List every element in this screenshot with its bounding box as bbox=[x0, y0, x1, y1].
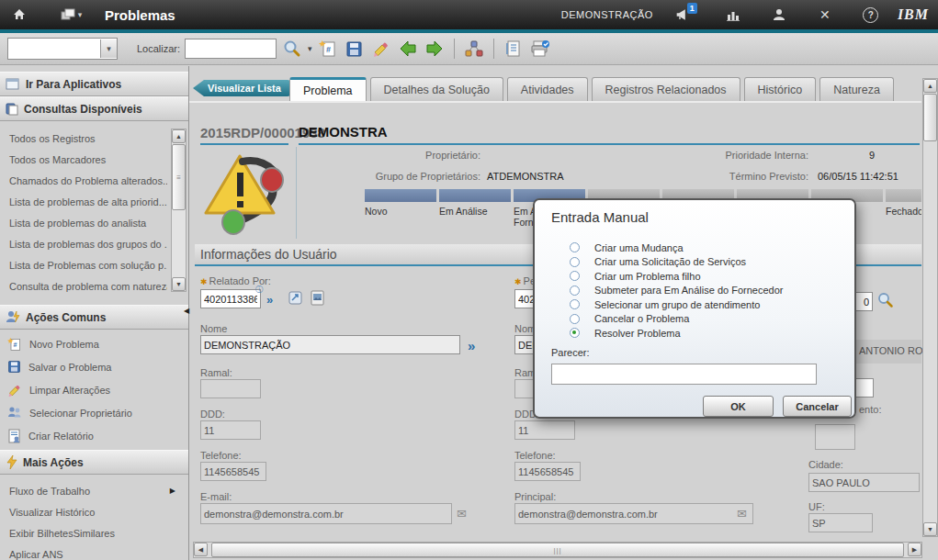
print-icon[interactable] bbox=[529, 38, 551, 60]
sidebar-collapse-handle[interactable]: ◀ bbox=[184, 307, 189, 315]
scrollbar-thumb[interactable] bbox=[923, 94, 937, 141]
workflow-option: Submeter para Em Análise do Fornecedor bbox=[570, 284, 783, 298]
query-select[interactable]: ▾ bbox=[7, 38, 118, 60]
find-input[interactable] bbox=[185, 39, 277, 59]
detail-menu-chevron[interactable]: » bbox=[468, 338, 475, 353]
principal-label: Principal: bbox=[514, 491, 556, 502]
query-item[interactable]: Chamados do Problema alterados... bbox=[0, 171, 167, 192]
query-item[interactable]: Todos os Registros bbox=[0, 129, 167, 150]
scroll-up-icon[interactable]: ▲ bbox=[172, 129, 186, 143]
action-apply-sla[interactable]: Aplicar ANS bbox=[0, 543, 188, 560]
sidebar-section-more-actions[interactable]: Mais Ações bbox=[0, 450, 188, 475]
home-icon[interactable] bbox=[7, 3, 31, 27]
cancel-button[interactable]: Cancelar bbox=[783, 396, 852, 417]
query-item[interactable]: Lista de problemas do analista bbox=[0, 213, 167, 234]
sidebar-section-common-actions[interactable]: Ações Comuns bbox=[0, 305, 188, 330]
radio-button[interactable] bbox=[570, 328, 580, 338]
search-options-caret-icon[interactable]: ▾ bbox=[308, 44, 312, 53]
view-list-button[interactable]: Visualizar Lista bbox=[193, 80, 290, 96]
scroll-right-icon[interactable]: ▶ bbox=[908, 543, 921, 556]
workflow-segment bbox=[365, 189, 436, 202]
sidebar-section-available-queries[interactable]: Consultas Disponíveis bbox=[0, 96, 188, 121]
scroll-up-icon[interactable]: ▲ bbox=[923, 79, 937, 93]
name-input[interactable] bbox=[200, 335, 460, 354]
complement-input bbox=[815, 424, 855, 450]
new-record-icon[interactable]: # bbox=[317, 38, 339, 60]
reports-icon[interactable] bbox=[503, 38, 525, 60]
ok-button[interactable]: OK bbox=[703, 396, 774, 417]
caret-down-icon[interactable]: ▾ bbox=[100, 39, 117, 58]
scrollbar-thumb[interactable]: ||| bbox=[211, 543, 904, 557]
search-icon[interactable] bbox=[281, 38, 303, 60]
sidebar-item-go-to-applications[interactable]: Ir Para Aplicativos bbox=[0, 72, 188, 96]
field-label-fragment: ento: bbox=[859, 404, 881, 415]
vertical-scrollbar[interactable]: ▲ ▼ bbox=[922, 78, 938, 537]
page-title: Problemas bbox=[105, 7, 175, 23]
clear-changes-icon[interactable] bbox=[370, 38, 392, 60]
workflow-option: Criar uma Mudança bbox=[570, 241, 783, 255]
query-item[interactable]: Lista de problemas dos grupos do ... bbox=[0, 234, 167, 255]
workflow-status-image bbox=[198, 147, 290, 241]
query-item[interactable]: Lista de problemas de alta priorid... bbox=[0, 192, 167, 213]
scroll-down-icon[interactable]: ▼ bbox=[923, 522, 937, 536]
toolbar: ▾ Localizar: ▾ # bbox=[0, 33, 938, 65]
radio-button[interactable] bbox=[570, 286, 580, 296]
action-create-report[interactable]: Criar Relatório bbox=[0, 424, 188, 447]
save-icon[interactable] bbox=[344, 38, 366, 60]
tab[interactable]: Natureza bbox=[819, 77, 894, 102]
query-item[interactable]: Consulta de problema com natureza bbox=[0, 276, 167, 297]
phone-label: Telefone: bbox=[200, 450, 242, 461]
tab[interactable]: Atividades bbox=[507, 77, 588, 102]
scroll-left-icon[interactable]: ◀ bbox=[194, 543, 208, 556]
reports-chart-icon[interactable] bbox=[721, 3, 745, 27]
help-icon[interactable]: ? bbox=[859, 3, 883, 27]
action-save-problem[interactable]: Salvar o Problema bbox=[0, 355, 188, 378]
ddd-input bbox=[200, 420, 261, 440]
radio-button[interactable] bbox=[570, 299, 580, 309]
reported-by-input[interactable] bbox=[200, 289, 261, 308]
envelope-icon[interactable]: ✉ bbox=[457, 507, 467, 521]
radio-button[interactable] bbox=[570, 242, 580, 252]
tab[interactable]: Problema bbox=[289, 77, 367, 102]
next-record-icon[interactable] bbox=[424, 38, 446, 60]
submenu-arrow-icon: ▶ bbox=[170, 487, 175, 495]
memo-input[interactable] bbox=[551, 364, 817, 385]
toolbar-separator bbox=[493, 39, 494, 59]
radio-label: Selecionar um grupo de atendimento bbox=[594, 299, 760, 310]
bulletin-board-icon[interactable]: 1 bbox=[675, 3, 699, 27]
radio-button[interactable] bbox=[570, 271, 580, 281]
query-item[interactable]: Todos os Marcadores bbox=[0, 150, 167, 171]
sign-out-icon[interactable]: ✕ bbox=[813, 3, 837, 27]
tab[interactable]: Histórico bbox=[744, 77, 817, 102]
action-new-problem[interactable]: # Novo Problema bbox=[0, 332, 188, 355]
long-description-icon[interactable] bbox=[287, 289, 304, 308]
action-workflow[interactable]: Fluxo de Trabalho ▶ bbox=[0, 480, 188, 501]
principal-input bbox=[514, 503, 753, 524]
workflow-route-icon[interactable] bbox=[463, 38, 485, 60]
phone-input bbox=[514, 462, 581, 481]
radio-button[interactable] bbox=[570, 257, 580, 267]
detail-menu-chevron[interactable]: » bbox=[266, 293, 273, 307]
scroll-down-icon[interactable]: ▼ bbox=[172, 277, 186, 291]
tab[interactable]: Detalhes da Solução bbox=[370, 77, 503, 102]
queries-icon bbox=[6, 102, 18, 116]
horizontal-scrollbar[interactable]: ◀ ||| ▶ bbox=[193, 542, 922, 558]
envelope-icon[interactable]: ✉ bbox=[737, 507, 747, 521]
divider bbox=[200, 143, 288, 145]
scrollbar-thumb[interactable]: ≡ bbox=[172, 144, 186, 210]
radio-button[interactable] bbox=[570, 314, 580, 324]
query-item[interactable]: Lista de Problemas com solução p... bbox=[0, 255, 167, 276]
action-select-owner[interactable]: Selecionar Proprietário bbox=[0, 401, 188, 424]
action-view-history[interactable]: Visualizar Histórico bbox=[0, 501, 188, 522]
attachments-icon[interactable] bbox=[309, 289, 326, 308]
action-clear-changes[interactable]: Limpar Alterações bbox=[0, 378, 188, 401]
query-list-scrollbar[interactable]: ▲ ≡ ▼ bbox=[171, 129, 186, 292]
profile-icon[interactable] bbox=[767, 3, 791, 27]
magnifier-icon[interactable] bbox=[877, 292, 894, 310]
owner-label: Proprietário: bbox=[355, 150, 480, 161]
action-similar-tickets[interactable]: Exibir BilhetesSimilares bbox=[0, 522, 188, 543]
tab[interactable]: Registros Relacionados bbox=[592, 77, 740, 102]
previous-record-icon[interactable] bbox=[397, 38, 419, 60]
applications-menu-icon[interactable]: ▾ bbox=[53, 3, 88, 27]
workflow-step: Novo bbox=[365, 189, 436, 233]
